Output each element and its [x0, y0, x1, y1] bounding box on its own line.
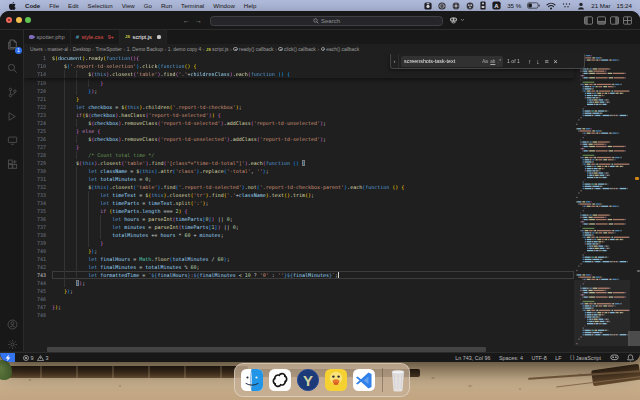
regex-icon[interactable]: .*: [498, 59, 501, 64]
code-line-736[interactable]: 736 let hours = parseInt(timeParts[0]) |…: [24, 215, 640, 223]
find-query[interactable]: screenshots-task-text: [404, 58, 480, 64]
dock-vscode-icon[interactable]: [352, 368, 376, 392]
menu-item-selection[interactable]: Selection: [88, 2, 113, 9]
breadcrumb-item[interactable]: master-al: [48, 47, 68, 52]
app-menu-icon[interactable]: [466, 2, 474, 10]
command-center-search[interactable]: Search: [210, 16, 443, 27]
code-line-734[interactable]: 734 let timeParts = timeText.split(':');: [24, 199, 640, 207]
toggle-secondary-sidebar-icon[interactable]: [610, 16, 619, 25]
dock-cyberduck-icon[interactable]: [324, 368, 348, 392]
vertical-scrollbar[interactable]: [628, 331, 640, 346]
dock-trash-icon[interactable]: [387, 368, 411, 392]
code-line-741[interactable]: 741 let finalHours = Math.floor(totalMin…: [24, 255, 640, 263]
breadcrumb-item[interactable]: 1. demo copy 4: [168, 47, 201, 52]
whole-word-icon[interactable]: ab: [490, 59, 495, 64]
toggle-sidebar-icon[interactable]: [584, 16, 593, 25]
dock-yandex-browser-icon[interactable]: Y: [296, 368, 320, 392]
menu-item-file[interactable]: File: [49, 2, 59, 9]
battery-icon[interactable]: [527, 2, 540, 9]
code-line-737[interactable]: 737 let minutes = parseInt(timeParts[1])…: [24, 223, 640, 231]
find-in-selection-icon[interactable]: ≡: [544, 58, 548, 65]
menu-item-terminal[interactable]: Terminal: [181, 2, 204, 9]
code-line-732[interactable]: 732 $(this).closest('table').find('.repo…: [24, 183, 640, 191]
code-line-729[interactable]: 729 $(this).closest('table').find('[clas…: [24, 159, 640, 167]
customize-layout-icon[interactable]: [623, 16, 632, 25]
menu-item-edit[interactable]: Edit: [68, 2, 79, 9]
wifi-icon[interactable]: [546, 2, 556, 10]
code-line-726[interactable]: 726 $(checkbox).removeClass('report-td-u…: [24, 135, 640, 143]
code-line-739[interactable]: 739 }: [24, 239, 640, 247]
window-titlebar[interactable]: ← → Search: [0, 11, 640, 30]
screenshot-menu-icon[interactable]: [424, 2, 432, 10]
code-line-748[interactable]: 748: [24, 311, 640, 319]
code-line-733[interactable]: 733 let timeText = $(this).closest('tr')…: [24, 191, 640, 199]
breadcrumb-item[interactable]: click() callback: [278, 47, 315, 52]
extensions-icon[interactable]: [0, 154, 24, 174]
tab-style.css[interactable]: #style.css9+: [71, 30, 120, 44]
notifications-bell-icon[interactable]: [627, 354, 634, 362]
language-mode[interactable]: { }JavaScript: [570, 355, 601, 361]
toggle-panel-icon[interactable]: [597, 16, 606, 25]
code-line-743[interactable]: 743 let formattedTime = `${finalHours}:$…: [24, 271, 640, 279]
code-line-722[interactable]: 722 let checkbox = $(this).children('.re…: [24, 103, 640, 111]
toggle-replace-icon[interactable]: ›: [391, 54, 399, 68]
battery-percent[interactable]: 35 %: [507, 2, 521, 9]
menubar-date[interactable]: 21 Mar: [591, 2, 610, 9]
menu-item-help[interactable]: Help: [244, 2, 257, 9]
input-source-icon[interactable]: A: [492, 1, 501, 10]
source-control-icon[interactable]: [0, 82, 24, 102]
code-line-744[interactable]: 744 });: [24, 279, 640, 287]
code-line-723[interactable]: 723 if($(checkbox).hasClass('report-td-s…: [24, 111, 640, 119]
indentation-status[interactable]: Spaces: 4: [499, 355, 523, 361]
keyboard-menu-icon[interactable]: [480, 1, 486, 10]
browser-menu-icon[interactable]: [438, 2, 446, 10]
code-line-720[interactable]: 720 });: [24, 87, 640, 95]
dock-chatgpt-icon[interactable]: [268, 368, 292, 392]
cursor-position[interactable]: Ln 743, Col 96: [455, 355, 490, 361]
find-close-icon[interactable]: ×: [554, 58, 558, 65]
dock-finder-icon[interactable]: [240, 368, 264, 392]
code-line-740[interactable]: 740 });: [24, 247, 640, 255]
tab-script.js[interactable]: JSscript.js: [120, 30, 167, 44]
user-menu-icon[interactable]: [577, 2, 585, 10]
breadcrumb[interactable]: Users›master-al›Desktop›TimeSpotter›1. D…: [24, 44, 640, 54]
tab-spotter.php[interactable]: spotter.php: [24, 30, 71, 44]
code-line-735[interactable]: 735 if (timeParts.length === 2) {: [24, 207, 640, 215]
code-editor[interactable]: 719 }720 });721 }722 let checkbox = $(th…: [24, 54, 640, 346]
code-line-738[interactable]: 738 totalMinutes += hours * 60 + minutes…: [24, 231, 640, 239]
copilot-titlebar-button[interactable]: [449, 16, 465, 24]
modified-dot-icon[interactable]: [157, 35, 160, 38]
remote-explorer-icon[interactable]: [0, 130, 24, 150]
code-line-746[interactable]: 746: [24, 295, 640, 303]
minimize-window-button[interactable]: [16, 17, 22, 23]
menu-item-window[interactable]: Window: [213, 2, 235, 9]
breadcrumb-item[interactable]: Desktop: [73, 47, 91, 52]
breadcrumb-item[interactable]: TimeSpotter: [96, 47, 122, 52]
encoding-status[interactable]: UTF-8: [531, 355, 546, 361]
gear-menu-icon[interactable]: [452, 2, 460, 10]
control-center-icon[interactable]: [562, 2, 571, 9]
close-window-button[interactable]: [6, 17, 12, 23]
explorer-icon[interactable]: 1: [0, 34, 24, 54]
search-view-icon[interactable]: [0, 58, 24, 78]
problems-status[interactable]: 9 3: [23, 355, 49, 361]
code-line-727[interactable]: 727 }: [24, 143, 640, 151]
menu-item-view[interactable]: View: [122, 2, 135, 9]
code-line-724[interactable]: 724 $(checkbox).removeClass('report-td-s…: [24, 119, 640, 127]
menu-item-code[interactable]: Code: [25, 2, 40, 9]
run-debug-icon[interactable]: [0, 106, 24, 126]
breadcrumb-item[interactable]: ready() callback: [233, 47, 273, 52]
find-input[interactable]: screenshots-task-text Aa ab .*: [401, 56, 503, 67]
code-line-725[interactable]: 725 } else {: [24, 127, 640, 135]
breadcrumb-item[interactable]: Users: [30, 47, 43, 52]
code-lines[interactable]: 719 }720 });721 }722 let checkbox = $(th…: [24, 79, 640, 319]
horizontal-scrollbar[interactable]: [47, 347, 486, 352]
match-case-icon[interactable]: Aa: [482, 59, 488, 64]
menu-item-run[interactable]: Run: [161, 2, 172, 9]
code-line-747[interactable]: 747});: [24, 303, 640, 311]
navigate-forward-icon[interactable]: →: [195, 16, 202, 25]
menubar-time[interactable]: 15:24: [617, 2, 632, 9]
navigate-back-icon[interactable]: ←: [183, 16, 190, 25]
apple-menu-icon[interactable]: [9, 2, 16, 10]
sticky-line-714[interactable]: 714 $(this).closest('table').find('.'+ch…: [24, 70, 574, 78]
